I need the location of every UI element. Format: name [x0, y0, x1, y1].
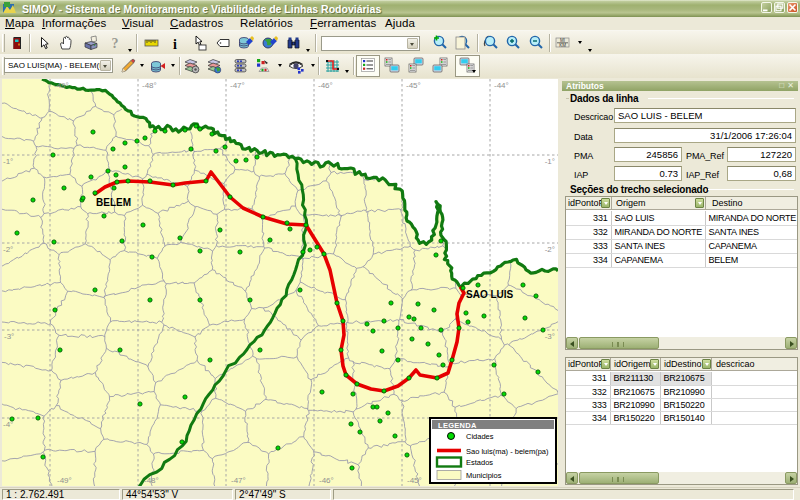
svg-text:-49°: -49°	[57, 476, 72, 485]
svg-text:Sao luis(ma) - belem(pa): Sao luis(ma) - belem(pa)	[466, 447, 549, 456]
svg-text:Estados: Estados	[466, 458, 493, 467]
svg-text:i: i	[173, 37, 177, 52]
svg-text:-46°: -46°	[319, 476, 334, 485]
svg-text:-46°: -46°	[318, 81, 333, 90]
svg-text:-1°: -1°	[3, 157, 13, 166]
svg-text:-3°: -3°	[4, 332, 14, 341]
svg-text:LEGENDA: LEGENDA	[438, 421, 477, 430]
svg-text:-45°: -45°	[406, 81, 421, 90]
svg-text:-48°: -48°	[142, 81, 157, 90]
svg-text:-2°: -2°	[3, 245, 13, 254]
svg-text:-48°: -48°	[144, 476, 159, 485]
svg-text:-47°: -47°	[230, 81, 245, 90]
svg-text:Municipios: Municipios	[466, 471, 502, 480]
svg-text:-1°: -1°	[545, 157, 555, 166]
svg-text:-44°: -44°	[494, 81, 509, 90]
svg-text:-45°: -45°	[407, 476, 422, 485]
svg-text:-4°: -4°	[3, 420, 13, 429]
svg-text:?: ?	[112, 36, 119, 51]
svg-text:SAO LUIS: SAO LUIS	[466, 289, 514, 300]
svg-text:-2°: -2°	[545, 245, 555, 254]
svg-text:-3°: -3°	[545, 332, 555, 341]
svg-text:-49°: -49°	[54, 81, 69, 90]
svg-text:KM: KM	[559, 43, 566, 48]
svg-text:Cidades: Cidades	[466, 432, 494, 441]
svg-text:-47°: -47°	[231, 476, 246, 485]
svg-text:BELEM: BELEM	[96, 197, 131, 208]
